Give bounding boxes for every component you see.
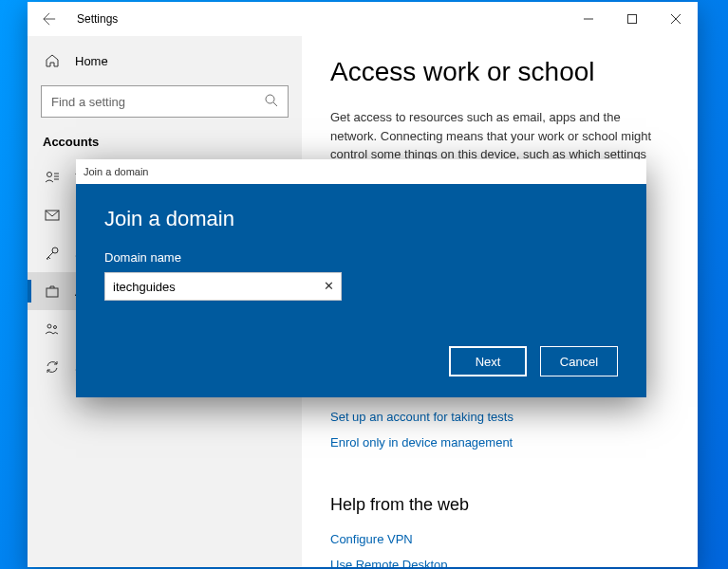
next-button[interactable]: Next [449,346,527,376]
titlebar: Settings [28,2,698,36]
window-title: Settings [71,12,118,26]
search-input[interactable] [41,85,289,118]
svg-rect-5 [47,288,58,297]
svg-rect-0 [628,15,637,24]
dialog-body: Join a domain Domain name ✕ Next Cancel [76,184,646,397]
link-remote-desktop[interactable]: Use Remote Desktop [330,558,669,567]
cancel-button[interactable]: Cancel [540,346,618,376]
minimize-icon [584,14,593,24]
help-heading: Help from the web [330,495,669,515]
home-icon [43,53,62,68]
dialog-titlebar: Join a domain [76,159,646,184]
arrow-left-icon [43,12,56,26]
close-button[interactable] [654,2,698,36]
dialog-buttons: Next Cancel [104,346,618,376]
svg-point-6 [47,324,51,328]
page-heading: Access work or school [330,57,669,87]
maximize-icon [627,14,637,24]
briefcase-icon [43,284,62,299]
join-domain-dialog: Join a domain Join a domain Domain name … [76,159,646,397]
minimize-button[interactable] [567,2,610,36]
section-title: Accounts [28,135,302,158]
svg-point-2 [47,173,52,177]
svg-point-7 [54,326,57,329]
link-enrol-device-mgmt[interactable]: Enrol only in device management [330,435,669,450]
home-label: Home [75,54,108,68]
domain-input-wrap: ✕ [104,272,342,301]
domain-name-input[interactable] [104,272,342,301]
link-configure-vpn[interactable]: Configure VPN [330,532,669,546]
search-container [41,85,289,118]
dialog-heading: Join a domain [104,207,618,231]
key-icon [43,246,62,261]
back-button[interactable] [28,2,71,36]
clear-input-button[interactable]: ✕ [324,279,334,293]
sync-icon [43,359,62,375]
domain-name-label: Domain name [104,250,618,265]
person-badge-icon [43,170,62,185]
mail-icon [43,208,62,223]
link-setup-test-account[interactable]: Set up an account for taking tests [330,410,669,424]
close-icon [671,14,681,24]
home-nav[interactable]: Home [28,44,302,78]
maximize-button[interactable] [610,2,654,36]
people-icon [43,321,62,337]
